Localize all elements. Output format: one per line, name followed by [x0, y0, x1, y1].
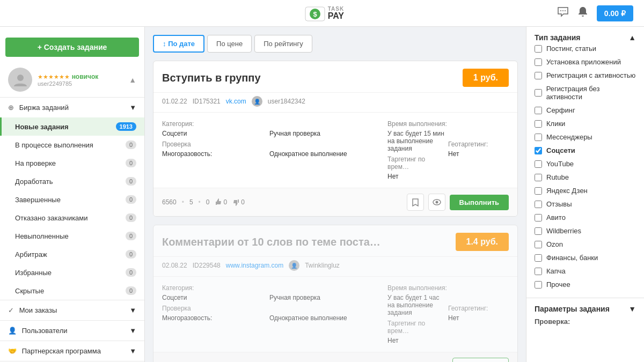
filter-header[interactable]: Тип задания ▲ — [535, 33, 636, 42]
filter-checkbox-wildberries[interactable] — [535, 227, 542, 235]
sidebar-item-incomplete[interactable]: Невыполненные 0 — [0, 227, 144, 245]
task-2-actions: Выполнить — [452, 358, 509, 362]
filter-checkbox-finance[interactable] — [535, 254, 542, 262]
sidebar-item-completed[interactable]: Завершенные 0 — [0, 190, 144, 209]
svg-point-6 — [17, 75, 24, 81]
sidebar-item-arbitrage[interactable]: Арбитраж 0 — [0, 245, 144, 263]
filter-item-captcha[interactable]: Капча — [535, 264, 636, 278]
filter-item-clicks[interactable]: Клики — [535, 117, 636, 130]
filter-checkbox-messengers[interactable] — [535, 134, 542, 141]
filter-item-finance[interactable]: Финансы, банки — [535, 251, 636, 264]
logo: $ TASK PAY — [304, 3, 344, 24]
filter-item-reg-active[interactable]: Регистрация с активностью — [535, 69, 636, 82]
filter-item-rutube[interactable]: Rutube — [535, 171, 636, 184]
eye-icon[interactable] — [428, 194, 445, 211]
filter-checkbox-youtube[interactable] — [535, 160, 542, 168]
create-task-button[interactable]: + Создать задание — [5, 38, 139, 57]
users-chevron-icon: ▼ — [129, 327, 136, 335]
sidebar-item-favorites[interactable]: Избранные 0 — [0, 263, 144, 282]
filter-item-wildberries[interactable]: Wildberries — [535, 224, 636, 238]
main-content: ↕ По дате По цене По рейтингу Вступить в… — [145, 27, 526, 362]
user-id: user2249785 — [38, 80, 123, 87]
sidebar: + Создать задание ★★★★★★ новичок user224… — [0, 27, 145, 362]
task-1-time-col: Время выполнения: У вас будет 15 мин на … — [387, 118, 448, 182]
sidebar-item-hidden[interactable]: Скрытые 0 — [0, 282, 144, 300]
sort-tab-rating[interactable]: По рейтингу — [254, 35, 312, 53]
task-2-title: Комментарии от 10 слов по теме поста… — [162, 236, 380, 248]
filter-checkbox-avito[interactable] — [535, 214, 542, 221]
user-chevron-icon[interactable]: ▲ — [129, 76, 136, 84]
filter-checkbox-ozon[interactable] — [535, 241, 542, 248]
task-1-dislike[interactable]: 0 — [232, 198, 245, 206]
task-2-meta: 02.08.22 ID229548 www.instagram.com 👤 Tw… — [153, 257, 517, 277]
filter-checkbox-install[interactable] — [535, 58, 542, 66]
task-1-values-col: Ручная проверка Однократное выполнение — [269, 118, 387, 182]
filter-item-other[interactable]: Прочее — [535, 278, 636, 291]
filter-chevron-icon: ▲ — [628, 33, 636, 42]
filter-item-social[interactable]: Соцсети — [535, 144, 636, 157]
filter-item-avito[interactable]: Авито — [535, 211, 636, 224]
task-1-actions: Выполнить — [407, 194, 509, 211]
sidebar-orders-header[interactable]: ✓ Мои заказы ▼ — [0, 300, 144, 320]
filter-checkbox-surfing[interactable] — [535, 107, 542, 114]
filter-checkbox-reg-active[interactable] — [535, 72, 542, 79]
sidebar-item-review[interactable]: На проверке 0 — [0, 154, 144, 172]
logo-icon: $ — [304, 3, 326, 24]
sidebar-exchange-header[interactable]: ⊕ Биржа заданий ▼ — [0, 98, 144, 117]
sort-tab-date[interactable]: ↕ По дате — [153, 35, 204, 53]
filter-item-ozon[interactable]: Ozon — [535, 238, 636, 251]
task-1-like[interactable]: 0 — [215, 198, 227, 206]
filter-item-messengers[interactable]: Мессенджеры — [535, 130, 636, 144]
filter-item-surfing[interactable]: Серфинг — [535, 104, 636, 117]
filter-checkbox-reviews[interactable] — [535, 201, 542, 208]
sort-tab-price[interactable]: По цене — [207, 35, 252, 53]
sidebar-users-header[interactable]: 👤 Пользователи ▼ — [0, 321, 144, 341]
task-1-stat2: 5 — [189, 198, 193, 206]
orders-chevron-icon: ▼ — [129, 306, 136, 314]
chat-icon[interactable] — [557, 6, 569, 20]
exchange-chevron-icon: ▼ — [129, 104, 136, 112]
sidebar-section-users: 👤 Пользователи ▼ — [0, 321, 144, 341]
task-2-date: 02.08.22 — [162, 262, 187, 269]
filter-checkbox-rutube[interactable] — [535, 174, 542, 181]
filter-checkbox-yandex-dzen[interactable] — [535, 187, 542, 195]
sort-icon: ↕ — [163, 40, 168, 48]
filter-item-reviews[interactable]: Отзывы — [535, 197, 636, 211]
task-2-platform[interactable]: www.instagram.com — [226, 262, 283, 269]
task-2-price: 1.4 руб. — [456, 233, 509, 251]
filter-items: Постинг, статьи Установка приложений Рег… — [535, 42, 636, 291]
task-card-1: Вступить в группу 1 руб. 01.02.22 ID1753… — [153, 61, 518, 217]
sidebar-affiliate-header[interactable]: 🤝 Партнерская программа ▼ — [0, 341, 144, 361]
task-1-footer: 6560 • 5 • 0 0 0 — [153, 188, 517, 216]
bell-icon[interactable] — [577, 6, 588, 20]
params-chevron-icon: ▼ — [628, 305, 636, 313]
filter-item-youtube[interactable]: YouTube — [535, 157, 636, 171]
sidebar-section-exchange: ⊕ Биржа заданий ▼ Новые задания 1913 В п… — [0, 98, 144, 300]
filter-checkbox-captcha[interactable] — [535, 268, 542, 275]
filter-checkbox-social[interactable] — [535, 147, 542, 154]
filter-checkbox-clicks[interactable] — [535, 120, 542, 128]
filter-item-install[interactable]: Установка приложений — [535, 55, 636, 69]
filter-checkbox-other[interactable] — [535, 281, 542, 289]
sidebar-item-rejected[interactable]: Отказано заказчиками 0 — [0, 209, 144, 227]
bookmark-icon[interactable] — [407, 194, 424, 211]
affiliate-chevron-icon: ▼ — [129, 347, 136, 355]
thumbs-down-icon — [232, 198, 240, 206]
header-right: 0.00 ₽ — [557, 5, 633, 21]
filter-checkbox-posting[interactable] — [535, 45, 542, 53]
sidebar-item-in-progress[interactable]: В процессе выполнения 0 — [0, 136, 144, 154]
execute-button-1[interactable]: Выполнить — [450, 195, 509, 210]
in-progress-badge: 0 — [126, 141, 136, 149]
filter-checkbox-reg-passive[interactable] — [535, 89, 542, 97]
sidebar-item-rework[interactable]: Доработать 0 — [0, 172, 144, 190]
svg-point-3 — [560, 10, 561, 11]
filter-item-reg-passive[interactable]: Регистрация без активности — [535, 82, 636, 104]
svg-point-5 — [565, 10, 566, 11]
filter-item-yandex-dzen[interactable]: Яндекс Дзен — [535, 184, 636, 197]
task-1-platform[interactable]: vk.com — [226, 98, 246, 105]
balance-button[interactable]: 0.00 ₽ — [597, 5, 633, 21]
params-header[interactable]: Параметры задания ▼ — [535, 305, 636, 313]
execute-button-2[interactable]: Выполнить — [452, 358, 509, 362]
sidebar-item-new[interactable]: Новые задания 1913 — [0, 117, 144, 136]
filter-item-posting[interactable]: Постинг, статьи — [535, 42, 636, 55]
